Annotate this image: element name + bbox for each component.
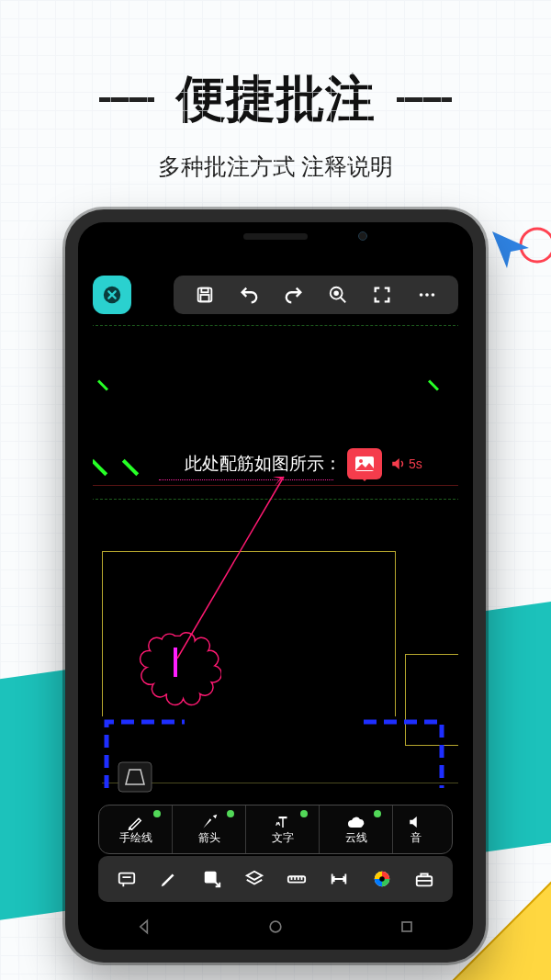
tab-label: 箭头 — [198, 830, 220, 846]
nav-home[interactable] — [266, 918, 285, 936]
close-icon — [102, 285, 122, 305]
android-nav-bar — [78, 909, 473, 944]
nav-recent[interactable] — [398, 918, 416, 936]
audio-icon — [408, 814, 424, 830]
svg-rect-13 — [201, 288, 208, 293]
cloud-icon — [345, 814, 367, 830]
status-bar — [78, 250, 473, 263]
undo-button[interactable] — [239, 285, 259, 305]
annotate-toolbar: 手绘线 箭头 文字 云线 音 — [98, 805, 453, 854]
save-button[interactable] — [195, 285, 215, 305]
tab-label: 云线 — [345, 830, 367, 846]
dimension-button[interactable] — [329, 869, 349, 889]
phone-earpiece — [78, 232, 473, 240]
arrow-icon — [199, 814, 219, 830]
svg-rect-23 — [118, 762, 152, 792]
cad-profile-shape — [117, 760, 153, 794]
audio-attachment-chip[interactable]: 5s — [390, 456, 422, 472]
phone-screen: 此处配筋如图所示： 5s — [78, 222, 473, 950]
zoom-button[interactable] — [328, 285, 348, 305]
nav-back[interactable] — [135, 918, 153, 936]
text-icon — [273, 814, 293, 830]
top-toolbar — [174, 276, 458, 314]
fullscreen-button[interactable] — [372, 285, 392, 305]
cad-selection-marks — [102, 715, 455, 806]
tab-label: 文字 — [272, 830, 294, 846]
tab-text[interactable]: 文字 — [246, 805, 320, 853]
tab-freehand[interactable]: 手绘线 — [99, 805, 173, 853]
svg-point-17 — [420, 293, 423, 297]
freehand-icon — [126, 814, 146, 830]
tab-arrow[interactable]: 箭头 — [173, 805, 246, 853]
svg-point-28 — [379, 876, 385, 882]
edit-button[interactable] — [202, 869, 222, 889]
more-button[interactable] — [417, 285, 437, 305]
measure-button[interactable] — [287, 869, 307, 889]
svg-rect-14 — [201, 295, 209, 301]
tab-label: 手绘线 — [119, 830, 152, 846]
tab-label: 音 — [410, 830, 422, 846]
svg-point-16 — [334, 291, 338, 295]
revision-cloud[interactable] — [139, 631, 221, 714]
color-button[interactable] — [372, 869, 392, 889]
tab-audio[interactable]: 音 — [393, 805, 439, 853]
svg-point-21 — [359, 459, 363, 463]
audio-duration: 5s — [409, 456, 422, 471]
annotation-text: 此处配筋如图所示： — [185, 452, 342, 476]
pen-button[interactable] — [159, 869, 179, 889]
tab-cloud[interactable]: 云线 — [320, 805, 393, 853]
toolbox-button[interactable] — [414, 869, 434, 889]
redo-button[interactable] — [284, 285, 304, 305]
svg-rect-31 — [402, 922, 411, 931]
layers-button[interactable] — [244, 869, 264, 889]
svg-point-19 — [431, 293, 434, 297]
comment-button[interactable] — [117, 869, 137, 889]
svg-point-18 — [425, 293, 429, 297]
image-attachment-chip[interactable] — [347, 448, 382, 479]
cad-canvas[interactable]: 此处配筋如图所示： 5s — [93, 323, 458, 806]
phone-frame: 此处配筋如图所示： 5s — [65, 209, 486, 963]
svg-point-30 — [270, 921, 281, 932]
bottom-bar — [98, 856, 453, 902]
close-button[interactable] — [93, 276, 131, 314]
